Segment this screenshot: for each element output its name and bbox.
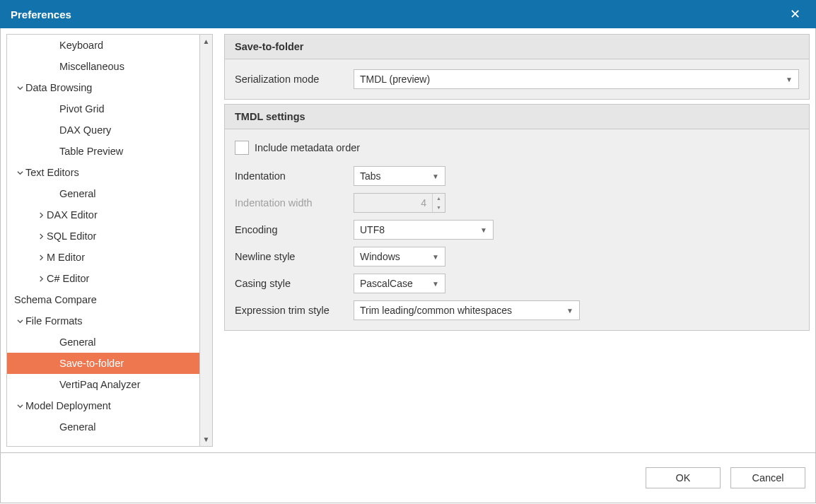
tree-item-label: Save-to-folder [59, 358, 124, 369]
tree-item[interactable]: Pivot Grid [7, 98, 199, 119]
encoding-value: UTF8 [360, 224, 385, 235]
indentation-width-label: Indentation width [235, 197, 354, 209]
indentation-select[interactable]: Tabs ▼ [354, 166, 445, 186]
trim-value: Trim leading/common whitespaces [360, 305, 512, 316]
dialog-footer: OK Cancel [0, 452, 816, 503]
casing-select[interactable]: PascalCase ▼ [354, 274, 445, 293]
tree-item[interactable]: VertiPaq Analyzer [7, 374, 199, 395]
close-icon[interactable]: ✕ [784, 6, 805, 22]
tree-item[interactable]: SQL Editor [7, 225, 199, 247]
titlebar: Preferences ✕ [0, 0, 816, 28]
indentation-width-value: 4 [354, 197, 445, 209]
tree-item-label: DAX Editor [47, 209, 98, 221]
newline-value: Windows [360, 251, 400, 262]
tree-item[interactable]: Data Browsing [7, 77, 199, 98]
chevron-down-icon[interactable] [14, 170, 25, 176]
tree-item[interactable]: Keyboard [7, 35, 199, 56]
section-header: TMDL settings [225, 105, 809, 129]
include-metadata-label: Include metadata order [255, 142, 360, 153]
tree-item[interactable]: General [7, 416, 199, 438]
casing-value: PascalCase [360, 278, 413, 289]
chevron-right-icon[interactable] [35, 233, 47, 240]
tree-item-label: Schema Compare [14, 294, 97, 305]
tmdl-settings-section: TMDL settings Include metadata order Ind… [224, 104, 810, 331]
scroll-down-icon[interactable]: ▼ [203, 433, 210, 446]
spinner-down-icon: ▼ [433, 203, 445, 212]
tree-item-label: Table Preview [59, 146, 123, 157]
encoding-select[interactable]: UTF8 ▼ [354, 220, 494, 240]
tree-item[interactable]: Table Preview [7, 141, 199, 162]
chevron-down-icon: ▼ [786, 76, 793, 83]
newline-select[interactable]: Windows ▼ [354, 247, 445, 266]
serialization-mode-select[interactable]: TMDL (preview) ▼ [354, 69, 799, 89]
tree-item-label: Miscellaneous [59, 61, 124, 72]
tree-item[interactable]: Schema Compare [7, 289, 199, 310]
section-header: Save-to-folder [225, 35, 809, 59]
window-title: Preferences [11, 8, 71, 20]
chevron-down-icon: ▼ [566, 307, 573, 315]
indentation-value: Tabs [360, 170, 381, 182]
trim-select[interactable]: Trim leading/common whitespaces ▼ [354, 300, 580, 320]
chevron-down-icon[interactable] [14, 85, 25, 91]
serialization-mode-label: Serialization mode [235, 74, 354, 85]
tree-item[interactable]: General [7, 332, 199, 353]
tree-item[interactable]: Miscellaneous [7, 56, 199, 77]
tree-item[interactable]: Text Editors [7, 162, 199, 183]
tree-item[interactable]: Model Deployment [7, 395, 199, 416]
spinner-up-icon: ▲ [433, 194, 445, 203]
tree-item[interactable]: Save-to-folder [7, 353, 199, 374]
chevron-right-icon[interactable] [35, 254, 47, 261]
trim-label: Expression trim style [235, 305, 354, 316]
tree-item[interactable]: M Editor [7, 247, 199, 268]
tree-item[interactable]: C# Editor [7, 268, 199, 289]
tree-item-label: M Editor [47, 252, 85, 263]
chevron-down-icon: ▼ [432, 172, 439, 180]
serialization-mode-value: TMDL (preview) [360, 74, 430, 85]
preferences-tree: KeyboardMiscellaneousData BrowsingPivot … [6, 34, 200, 447]
sidebar-scrollbar[interactable]: ▲ ▼ [200, 34, 213, 447]
chevron-down-icon: ▼ [432, 253, 439, 261]
tree-item-label: DAX Query [59, 124, 111, 136]
indentation-width-spinner: 4 ▲ ▼ [354, 193, 445, 213]
tree-item[interactable]: File Formats [7, 310, 199, 332]
scroll-up-icon[interactable]: ▲ [203, 35, 210, 48]
ok-button[interactable]: OK [646, 467, 721, 488]
tree-item[interactable]: General [7, 183, 199, 204]
tree-item-label: General [59, 421, 96, 433]
chevron-down-icon[interactable] [14, 403, 25, 409]
include-metadata-checkbox[interactable] [235, 141, 249, 155]
tree-item[interactable]: DAX Query [7, 119, 199, 141]
chevron-right-icon[interactable] [35, 212, 47, 218]
chevron-down-icon: ▼ [432, 280, 439, 288]
tree-item-label: Text Editors [25, 167, 79, 178]
tree-item-label: Pivot Grid [59, 103, 105, 115]
tree-item-label: Keyboard [59, 40, 103, 51]
tree-item-label: SQL Editor [47, 230, 96, 242]
tree-item[interactable]: DAX Editor [7, 204, 199, 225]
casing-label: Casing style [235, 278, 354, 289]
chevron-right-icon[interactable] [35, 276, 47, 282]
newline-label: Newline style [235, 251, 354, 262]
tree-item-label: General [59, 188, 96, 199]
tree-item-label: Data Browsing [25, 82, 92, 93]
encoding-label: Encoding [235, 224, 354, 235]
tree-item-label: VertiPaq Analyzer [59, 379, 140, 390]
cancel-button[interactable]: Cancel [730, 467, 805, 488]
chevron-down-icon: ▼ [480, 226, 487, 234]
tree-item-label: File Formats [25, 315, 83, 327]
indentation-label: Indentation [235, 170, 354, 182]
save-to-folder-section: Save-to-folder Serialization mode TMDL (… [224, 34, 810, 100]
chevron-down-icon[interactable] [14, 318, 25, 324]
tree-item-label: C# Editor [47, 273, 89, 284]
tree-item-label: General [59, 336, 96, 348]
content-panel: Save-to-folder Serialization mode TMDL (… [213, 28, 815, 452]
tree-item-label: Model Deployment [25, 400, 111, 411]
